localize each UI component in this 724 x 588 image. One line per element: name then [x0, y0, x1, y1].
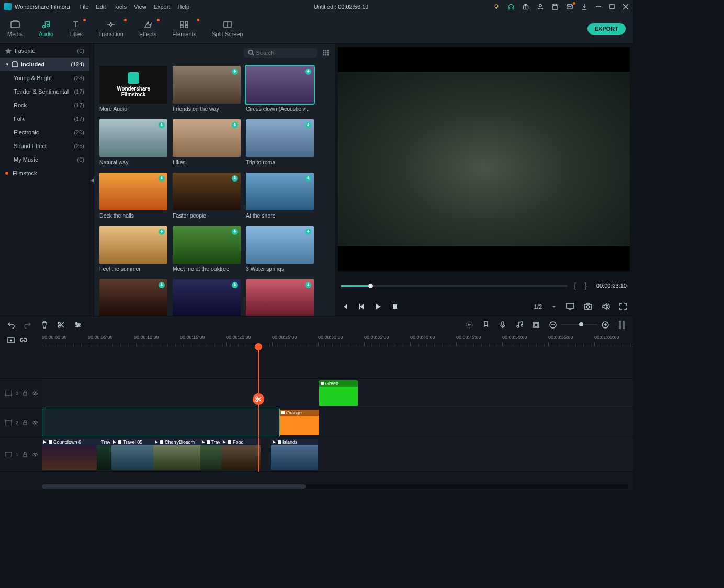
tab-transition[interactable]: Transition	[98, 20, 123, 37]
search-input[interactable]	[244, 48, 317, 58]
zoom-out-button[interactable]	[549, 321, 557, 329]
account-icon[interactable]	[537, 3, 544, 10]
audio-card-4[interactable]: Likes	[173, 119, 241, 165]
sidebar-sub-4[interactable]: Electronic(20)	[0, 126, 89, 139]
audio-card-2[interactable]: Circus clown (Acoustic v...	[246, 66, 314, 112]
display-icon[interactable]	[566, 303, 574, 310]
snapshot-icon[interactable]	[584, 303, 592, 310]
sidebar-sub-5[interactable]: Sound Effect(25)	[0, 139, 89, 153]
prev-frame-button[interactable]	[341, 303, 348, 310]
audio-card-14[interactable]: Almost perfect	[246, 279, 314, 316]
video-clip-5[interactable]: Food	[221, 439, 261, 470]
audio-card-6[interactable]: Deck the halls	[99, 173, 167, 219]
audio-card-5[interactable]: Trip to roma	[246, 119, 314, 165]
video-clip-1[interactable]: Trav	[97, 439, 111, 470]
close-button[interactable]	[623, 4, 629, 10]
lock-icon[interactable]	[22, 391, 28, 396]
save-icon[interactable]	[551, 3, 559, 10]
sidebar-collapse-button[interactable]: ◀	[90, 44, 94, 316]
tab-effects[interactable]: Effects	[139, 20, 156, 37]
zoom-slider[interactable]	[561, 324, 597, 325]
tab-audio[interactable]: Audio	[39, 20, 53, 37]
sidebar-sub-2[interactable]: Rock(17)	[0, 98, 89, 112]
menu-tools[interactable]: Tools	[113, 4, 127, 10]
audio-card-10[interactable]: Meet me at the oaktree	[173, 226, 241, 272]
clip-orange[interactable]: Orange	[280, 410, 319, 435]
video-track-2[interactable]: 2 Orange	[0, 408, 633, 437]
audio-card-7[interactable]: Faster people	[173, 173, 241, 219]
video-clip-4[interactable]: Trav	[200, 439, 221, 470]
sidebar-item-filmstock[interactable]: Filmstock	[0, 166, 89, 180]
audio-card-3[interactable]: Natural way	[99, 119, 167, 165]
audio-card-13[interactable]: Use in wondering	[173, 279, 241, 316]
sidebar-item-included[interactable]: ▼ Included(124)	[0, 58, 89, 71]
sidebar-sub-0[interactable]: Young & Bright(28)	[0, 71, 89, 85]
audio-card-12[interactable]: Be fun	[99, 279, 167, 316]
undo-button[interactable]	[7, 321, 15, 329]
sidebar-item-favorite[interactable]: Favorite(0)	[0, 44, 89, 58]
sidebar-sub-6[interactable]: My Music(0)	[0, 153, 89, 166]
adjust-button[interactable]	[74, 321, 82, 329]
sidebar-sub-3[interactable]: Folk(17)	[0, 112, 89, 126]
play-button[interactable]	[375, 303, 382, 310]
lightbulb-icon[interactable]	[493, 3, 500, 10]
audio-card-8[interactable]: At the shore	[246, 173, 314, 219]
link-toggle-button[interactable]	[20, 336, 27, 344]
crop-icon[interactable]	[533, 321, 540, 329]
visibility-icon[interactable]	[32, 452, 38, 457]
preview-zoom-ratio[interactable]: 1/2	[534, 303, 542, 310]
sidebar-sub-1[interactable]: Tender & Sentimental(17)	[0, 85, 89, 98]
render-icon[interactable]	[466, 321, 473, 329]
add-track-button[interactable]	[7, 336, 15, 344]
download-icon[interactable]	[581, 3, 588, 10]
headphones-icon[interactable]	[507, 3, 515, 10]
record-voiceover-icon[interactable]	[499, 321, 506, 329]
tab-media[interactable]: Media	[7, 20, 23, 37]
search-field[interactable]	[256, 50, 313, 56]
video-clip-2[interactable]: Travel 05	[111, 439, 153, 470]
timeline-settings-icon[interactable]	[618, 320, 626, 330]
redo-button[interactable]	[24, 321, 31, 329]
menu-help[interactable]: Help	[177, 4, 189, 10]
tab-titles[interactable]: Titles	[69, 20, 83, 37]
marker-icon[interactable]	[482, 321, 490, 329]
zoom-in-button[interactable]	[602, 321, 609, 329]
audio-card-9[interactable]: Feel the summer	[99, 226, 167, 272]
step-back-button[interactable]	[358, 303, 365, 310]
audio-card-0[interactable]: WondershareFilmstockMore Audio	[99, 66, 167, 112]
export-button[interactable]: EXPORT	[587, 23, 626, 35]
menu-file[interactable]: File	[80, 4, 89, 10]
split-button[interactable]	[58, 321, 65, 329]
tab-elements[interactable]: Elements	[172, 20, 196, 37]
video-clip-3[interactable]: CherryBlosom	[153, 439, 200, 470]
audio-mixer-icon[interactable]	[516, 321, 523, 329]
dropdown-icon[interactable]	[551, 304, 557, 309]
volume-icon[interactable]	[602, 303, 610, 310]
lock-icon[interactable]	[22, 452, 28, 457]
clip-green[interactable]: Green	[319, 380, 358, 406]
stop-button[interactable]	[391, 303, 399, 310]
video-clip-6[interactable]: Islands	[271, 439, 318, 470]
selection-range[interactable]	[42, 409, 280, 436]
menu-edit[interactable]: Edit	[96, 4, 106, 10]
grid-view-icon[interactable]	[322, 49, 330, 56]
menu-view[interactable]: View	[134, 4, 146, 10]
video-clip-0[interactable]: Countdown 6	[42, 439, 97, 470]
maximize-button[interactable]	[609, 4, 615, 10]
playhead[interactable]	[258, 347, 259, 472]
delete-button[interactable]	[41, 321, 48, 329]
marker-braces-icon[interactable]: { }	[574, 281, 590, 290]
video-track-1[interactable]: 1 Countdown 6TravTravel 05CherryBlosomTr…	[0, 437, 633, 472]
minimize-button[interactable]	[595, 4, 602, 10]
fullscreen-icon[interactable]	[619, 303, 627, 310]
menu-export[interactable]: Export	[154, 4, 171, 10]
message-icon[interactable]	[566, 3, 573, 10]
audio-card-1[interactable]: Friends on the way	[173, 66, 241, 112]
visibility-icon[interactable]	[32, 420, 38, 425]
timeline-scrollbar[interactable]	[42, 484, 628, 489]
gift-icon[interactable]	[522, 3, 529, 10]
split-handle-icon[interactable]	[253, 393, 264, 405]
video-track-3[interactable]: 3 Green	[0, 379, 633, 408]
preview-progress-slider[interactable]	[341, 285, 568, 287]
lock-icon[interactable]	[22, 420, 28, 425]
